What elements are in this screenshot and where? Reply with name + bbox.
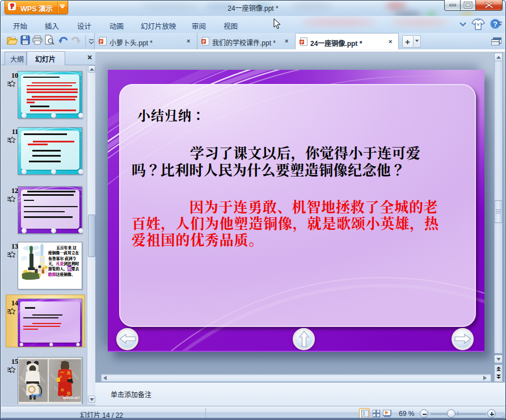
svg-text:?: ? [493, 20, 497, 28]
